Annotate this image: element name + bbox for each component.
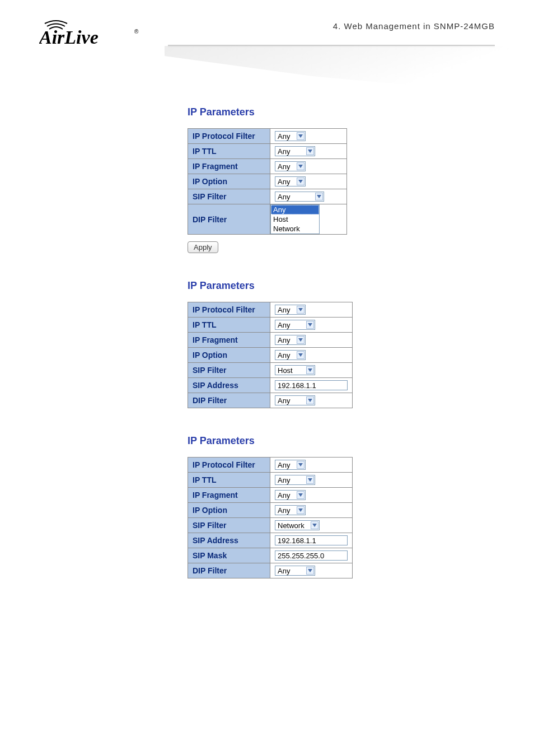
table-row: IP FragmentAny [188,333,353,348]
select-any[interactable]: Any [275,305,306,315]
param-label: SIP Address [188,378,270,393]
select-option-network[interactable]: Network [271,224,319,234]
param-label: IP Option [188,348,270,363]
chevron-down-icon [297,491,305,499]
apply-button[interactable]: Apply [188,241,218,253]
table-row: IP TTLAny [188,144,347,159]
page-header-chapter: 4. Web Management in SNMP-24MGB [333,21,495,31]
table-row: IP TTLAny [188,473,353,488]
table-row: SIP FilterAny [188,189,347,204]
table-row: IP TTLAny [188,318,353,333]
param-value-cell: Any [270,348,353,363]
select-any[interactable]: Any [275,395,315,405]
param-label: IP Fragment [188,333,270,348]
param-label: IP Fragment [188,488,270,503]
table-row: IP Protocol FilterAny [188,302,353,318]
section-title: IP Parameters [188,280,479,292]
chevron-down-icon [297,306,305,314]
select-any[interactable]: Any [275,566,315,576]
select-host[interactable]: Host [275,365,315,375]
param-label: DIP Filter [188,393,270,408]
airlive-logo: AirLive ® [39,17,151,50]
param-value-cell: 192.168.1.1 [270,533,353,548]
param-value-cell: Any [270,393,353,408]
param-value-cell: Any [270,129,347,144]
table-row: IP FragmentAny [188,159,347,174]
select-any[interactable]: Any [275,146,315,156]
param-value-cell: Any [270,488,353,503]
text-input[interactable]: 192.168.1.1 [275,380,348,390]
table-row: IP OptionAny [188,348,353,363]
chevron-down-icon [297,351,305,359]
param-label: DIP Filter [188,204,270,235]
table-row: DIP FilterAnyHostNetwork [188,204,347,235]
select-value: Any [278,506,290,515]
select-any[interactable]: Any [275,490,306,500]
table-row: SIP Address192.168.1.1 [188,378,353,393]
select-value: Any [278,132,290,141]
select-any[interactable]: Any [275,192,324,202]
chevron-down-icon [306,366,314,374]
param-value-cell: Any [270,563,353,578]
param-label: SIP Filter [188,363,270,378]
select-any[interactable]: Any [275,335,306,345]
param-label: IP Protocol Filter [188,302,270,318]
param-value-cell: Any [270,144,347,159]
parameter-table: IP Protocol FilterAnyIP TTLAnyIP Fragmen… [188,128,347,235]
table-row: IP FragmentAny [188,488,353,503]
table-row: SIP Address192.168.1.1 [188,533,353,548]
param-value-cell: Any [270,189,347,204]
chevron-down-icon [297,132,305,140]
param-label: DIP Filter [188,563,270,578]
select-option-any[interactable]: Any [271,205,319,214]
select-any[interactable]: Any [275,460,306,470]
select-open[interactable]: AnyHostNetwork [270,204,320,234]
select-value: Host [278,366,293,375]
param-label: IP Protocol Filter [188,458,270,473]
param-value-cell: Any [270,302,353,318]
param-value-cell: Any [270,159,347,174]
chevron-down-icon [297,506,305,514]
select-any[interactable]: Any [275,475,315,485]
header-swoosh [165,46,534,96]
param-label: IP Option [188,174,270,189]
chevron-down-icon [306,567,314,575]
select-any[interactable]: Any [275,505,306,515]
select-value: Any [278,306,290,314]
param-value-cell: Any [270,473,353,488]
svg-text:®: ® [134,29,139,35]
chevron-down-icon [306,321,314,329]
chevron-down-icon [315,193,323,200]
select-any[interactable]: Any [275,176,306,186]
parameter-table: IP Protocol FilterAnyIP TTLAnyIP Fragmen… [188,302,353,408]
param-value-cell: Host [270,363,353,378]
select-any[interactable]: Any [275,131,306,141]
param-label: SIP Filter [188,518,270,533]
param-value-cell: 192.168.1.1 [270,378,353,393]
select-value: Any [278,162,290,171]
select-value: Network [278,521,305,530]
section-title: IP Parameters [188,106,479,118]
param-label: IP Option [188,503,270,518]
text-input[interactable]: 192.168.1.1 [275,535,348,545]
param-label: SIP Filter [188,189,270,204]
select-value: Any [278,567,290,575]
param-label: SIP Mask [188,548,270,563]
param-value-cell: Any [270,333,353,348]
parameter-table: IP Protocol FilterAnyIP TTLAnyIP Fragmen… [188,457,353,578]
param-value-cell: Network [270,518,353,533]
select-any[interactable]: Any [275,320,315,330]
table-row: DIP FilterAny [188,393,353,408]
table-row: SIP Mask255.255.255.0 [188,548,353,563]
select-value: Any [278,193,290,201]
select-any[interactable]: Any [275,350,306,360]
text-input[interactable]: 255.255.255.0 [275,550,348,561]
select-value: Any [278,321,290,329]
chevron-down-icon [297,178,305,185]
table-row: IP Protocol FilterAny [188,458,353,473]
select-any[interactable]: Any [275,161,306,171]
param-value-cell: Any [270,503,353,518]
select-network[interactable]: Network [275,520,320,530]
select-option-host[interactable]: Host [271,214,319,224]
select-value: Any [278,476,290,484]
